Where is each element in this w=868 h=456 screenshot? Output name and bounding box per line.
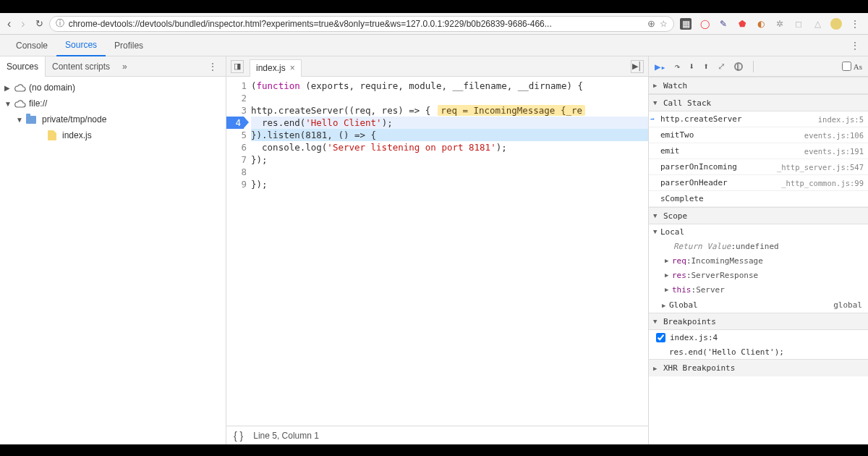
ext-icon-5[interactable]: ◐ [755, 18, 767, 30]
folder-icon [26, 116, 36, 124]
ext-icon-1[interactable]: ▦ [680, 18, 692, 30]
resume-icon[interactable]: ▶▸ [655, 61, 665, 72]
forward-icon[interactable]: › [21, 18, 25, 30]
scope-global[interactable]: ▶Global global [649, 297, 868, 313]
sources-navigator: Sources Content scripts » ⋮ ▶ (no domain… [0, 56, 226, 444]
url-text: chrome-devtools://devtools/bundled/inspe… [69, 19, 552, 29]
code-editor[interactable]: 123456789 (function (exports, require, m… [226, 77, 648, 426]
tree-file-index-js[interactable]: index.js [4, 127, 221, 143]
cursor-position: Line 5, Column 1 [253, 431, 319, 441]
toggle-navigator-icon[interactable]: ◨ [231, 60, 244, 73]
ext-icon-gear[interactable]: ✲ [774, 18, 786, 30]
scope-return-value: Return Value: undefined [649, 239, 868, 253]
tree-no-domain[interactable]: ▶ (no domain) [4, 80, 221, 96]
info-icon: ⓘ [56, 17, 64, 30]
address-bar[interactable]: ⓘ chrome-devtools://devtools/bundled/ins… [49, 16, 674, 32]
ext-icon-cloud[interactable]: △ [812, 18, 823, 30]
pretty-print-icon[interactable]: { } [234, 430, 243, 442]
pause-exceptions-icon[interactable]: ∥ [734, 62, 743, 71]
callstack-frame[interactable]: emitTwoevents.js:106 [649, 127, 868, 143]
editor-statusbar: { } Line 5, Column 1 [226, 426, 648, 444]
chevron-right-icon: ▶ [4, 84, 12, 92]
callstack-frame[interactable]: sComplete [649, 191, 868, 207]
ext-icon-abp[interactable]: ⬟ [736, 18, 748, 30]
close-icon[interactable]: × [290, 63, 295, 73]
async-checkbox[interactable]: As [842, 62, 862, 71]
browser-chrome: ‹ › ↻ ⓘ chrome-devtools://devtools/bundl… [0, 13, 868, 35]
subtab-content-scripts[interactable]: Content scripts [46, 56, 116, 77]
callstack-frame[interactable]: http.createServerindex.js:5 [649, 111, 868, 127]
ext-icon-user[interactable] [830, 18, 842, 30]
callstack-frame[interactable]: parserOnHeader_http_common.js:99 [649, 175, 868, 191]
ext-icon-box[interactable]: ◻ [793, 18, 804, 30]
scope-variable[interactable]: ▶res: ServerResponse [649, 268, 868, 282]
subtab-more[interactable]: » [116, 62, 133, 72]
scope-local[interactable]: ▼Local [649, 224, 868, 239]
devtools-menu-icon[interactable]: ⋮ [842, 41, 868, 51]
extension-icons: ▦ ◯ ✎ ⬟ ◐ ✲ ◻ △ ⋮ [680, 18, 861, 30]
window-blackbar-top [0, 0, 868, 13]
toggle-debugger-icon[interactable]: ▶│ [631, 60, 644, 73]
scope-section-header[interactable]: ▼Scope [649, 207, 868, 224]
navigator-menu-icon[interactable]: ⋮ [200, 62, 226, 72]
star-icon[interactable]: ☆ [660, 19, 668, 29]
editor-pane: ◨ index.js × ▶│ 123456789 (function (exp… [226, 56, 648, 444]
cloud-icon [14, 98, 26, 109]
deactivate-bp-icon[interactable]: ⤢ [718, 61, 726, 72]
debugger-pane: ▶▸ ↷ ⬇ ⬆ ⤢ ∥ As ▶Watch ▼Call Stack http.… [648, 56, 868, 444]
scope-variable[interactable]: ▶req: IncomingMessage [649, 253, 868, 268]
breakpoint-item[interactable]: index.js:4 [649, 330, 868, 345]
callstack-frame[interactable]: parserOnIncoming_http_server.js:547 [649, 159, 868, 175]
tree-file-scheme[interactable]: ▼ file:// [4, 96, 221, 111]
step-over-icon[interactable]: ↷ [674, 61, 680, 72]
devtools-tabs: Console Sources Profiles ⋮ [0, 35, 868, 56]
breakpoint-snippet: res.end('Hello Client'); [649, 345, 868, 359]
watch-section-header[interactable]: ▶Watch [649, 77, 868, 94]
callstack-frame[interactable]: emitevents.js:191 [649, 143, 868, 159]
back-icon[interactable]: ‹ [7, 18, 11, 30]
cloud-icon [14, 83, 26, 93]
callstack-section-header[interactable]: ▼Call Stack [649, 94, 868, 111]
subtab-sources[interactable]: Sources [0, 56, 46, 77]
tab-sources[interactable]: Sources [56, 35, 106, 56]
zoom-icon[interactable]: ⊕ [647, 18, 655, 29]
ext-icon-opera[interactable]: ◯ [699, 18, 710, 30]
tab-profiles[interactable]: Profiles [106, 35, 152, 56]
step-out-icon[interactable]: ⬆ [703, 61, 709, 72]
scope-variable[interactable]: ▶this: Server [649, 282, 868, 297]
tab-console[interactable]: Console [7, 35, 56, 56]
breakpoints-section-header[interactable]: ▼Breakpoints [649, 313, 868, 330]
step-into-icon[interactable]: ⬇ [689, 61, 694, 72]
file-tab-index-js[interactable]: index.js × [250, 59, 302, 77]
xhr-breakpoints-section-header[interactable]: ▶XHR Breakpoints [649, 359, 868, 376]
file-icon [48, 130, 56, 140]
chrome-menu-icon[interactable]: ⋮ [849, 18, 861, 30]
tree-folder[interactable]: ▼ private/tmp/node [4, 111, 221, 127]
ext-icon-wand[interactable]: ✎ [718, 18, 729, 30]
chevron-down-icon: ▼ [4, 100, 12, 108]
window-blackbar-bottom [0, 444, 868, 456]
chevron-down-icon: ▼ [16, 116, 23, 124]
reload-icon[interactable]: ↻ [35, 19, 43, 28]
